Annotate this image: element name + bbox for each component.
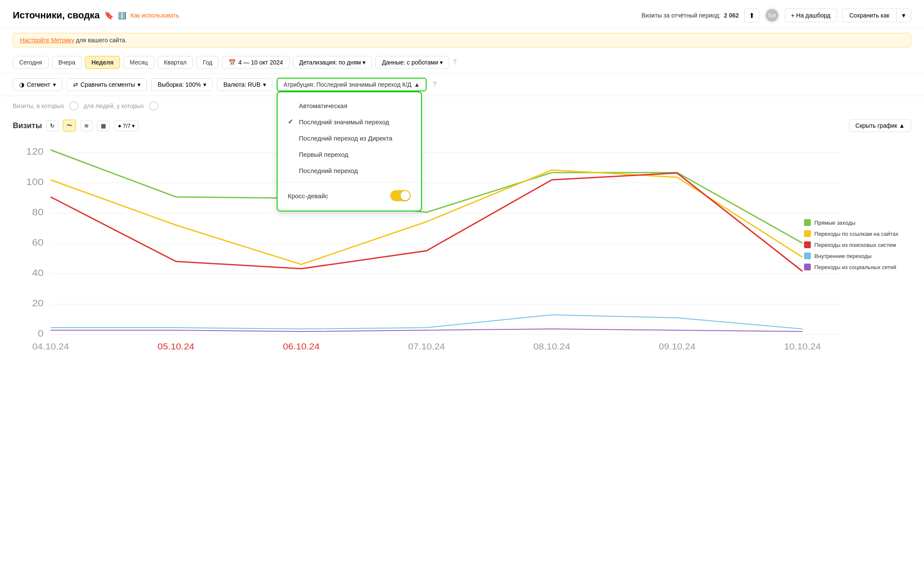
- chevron-down-icon-2: ▾: [440, 59, 443, 66]
- attribution-label: Атрибуция: Последний значимый переход К/…: [284, 81, 412, 88]
- legend-color-direct: [804, 219, 811, 226]
- date-range-button[interactable]: 📅 4 — 10 окт 2024: [222, 56, 289, 69]
- chevron-down-icon-5: ▾: [203, 81, 206, 88]
- attribution-option-last-significant[interactable]: ✓ Последний значимый переход: [278, 114, 421, 130]
- attribution-help-icon[interactable]: ?: [433, 81, 436, 88]
- help-icon[interactable]: ?: [453, 59, 456, 66]
- chevron-down-icon-4: ▾: [137, 81, 140, 88]
- dropdown-divider: [278, 182, 421, 182]
- legend-color-links: [804, 230, 811, 237]
- avatar-button[interactable]: ToA: [764, 8, 780, 23]
- svg-text:07.10.24: 07.10.24: [408, 342, 445, 351]
- attribution-option-auto-label: Автоматическая: [299, 102, 347, 109]
- circle-icon: ●: [118, 123, 121, 129]
- save-button[interactable]: Сохранить как: [842, 9, 896, 22]
- chart-header: Визиты ↻ 〜 ≋ ▦ ● 7/7 ▾ Скрыть график ▲: [0, 116, 924, 134]
- header-right: Визиты за отчётный период: 2 062 ⬆ ToA +…: [641, 8, 911, 23]
- filter-today[interactable]: Сегодня: [13, 56, 49, 69]
- segment-button[interactable]: ◑ Сегмент ▾: [13, 78, 62, 91]
- legend-color-search: [804, 241, 811, 248]
- svg-text:08.10.24: 08.10.24: [533, 342, 570, 351]
- chevron-down-icon: ▾: [363, 59, 366, 66]
- toggle-thumb: [401, 191, 410, 200]
- sample-button[interactable]: Выборка: 100% ▾: [151, 78, 213, 91]
- notification-link[interactable]: Настройте Метрику: [20, 37, 74, 44]
- calendar-icon: 📅: [228, 59, 236, 66]
- chevron-up-icon: ▲: [414, 81, 420, 88]
- chart-container: 0 20 40 60 80 100 120 140 04.10.24 05.10…: [13, 138, 911, 352]
- filter-week[interactable]: Неделя: [85, 56, 120, 69]
- cross-device-row[interactable]: Кросс-девайс: [278, 186, 421, 205]
- chevron-down-icon-7: ▾: [132, 123, 135, 129]
- check-mark-last-significant: ✓: [288, 118, 295, 126]
- attribution-option-first-label: Первый переход: [299, 151, 348, 158]
- chart-refresh-btn[interactable]: ↻: [46, 120, 58, 131]
- legend-color-internal: [804, 252, 811, 259]
- bookmark-icon[interactable]: 🔖: [104, 11, 114, 20]
- chart-line-btn[interactable]: 〜: [63, 120, 76, 132]
- compare-icon: ⇄: [73, 81, 78, 88]
- chart-title-area: Визиты ↻ 〜 ≋ ▦ ● 7/7 ▾: [13, 120, 139, 132]
- visits-toggle-circle-2[interactable]: [149, 101, 158, 111]
- cross-device-label: Кросс-девайс: [288, 192, 328, 199]
- legend-label-direct: Прямые заходы: [814, 220, 855, 226]
- visits-prefix: Визиты, в которых: [13, 103, 64, 109]
- data-button[interactable]: Данные: с роботами ▾: [375, 56, 449, 69]
- visits-toggle-circle-1[interactable]: [69, 101, 79, 111]
- notification-text: для вашего сайта.: [76, 37, 127, 44]
- pie-icon: ◑: [19, 81, 24, 88]
- filter-year[interactable]: Год: [196, 56, 219, 69]
- legend-color-social: [804, 264, 811, 270]
- filter-month[interactable]: Месяц: [123, 56, 154, 69]
- series-count: 7/7: [123, 123, 131, 129]
- avatar: ToA: [766, 9, 778, 22]
- page-header: Источники, сводка 🔖 ℹ️ Как использовать …: [0, 0, 924, 29]
- chart-legend: Прямые заходы Переходы по ссылкам на сай…: [804, 219, 898, 270]
- legend-item-links: Переходы по ссылкам на сайтах: [804, 230, 898, 237]
- legend-label-social: Переходы из социальных сетей: [814, 264, 896, 270]
- notification-bar: Настройте Метрику для вашего сайта.: [13, 33, 911, 47]
- attribution-option-first[interactable]: ✓ Первый переход: [278, 146, 421, 162]
- legend-item-social: Переходы из социальных сетей: [804, 264, 898, 270]
- detail-label: Детализация: по дням: [299, 59, 361, 66]
- chevron-down-icon-3: ▾: [53, 81, 56, 88]
- compare-segments-button[interactable]: ⇄ Сравнить сегменты ▾: [67, 78, 147, 91]
- attribution-option-auto[interactable]: ✓ Автоматическая: [278, 97, 421, 114]
- save-dropdown-arrow[interactable]: ▼: [896, 9, 911, 22]
- detail-button[interactable]: Детализация: по дням ▾: [293, 56, 372, 69]
- chevron-up-icon-2: ▲: [899, 122, 905, 129]
- attribution-option-direct[interactable]: ✓ Последний переход из Директа: [278, 130, 421, 146]
- line-chart-svg: 0 20 40 60 80 100 120 140 04.10.24 05.10…: [13, 138, 911, 352]
- currency-button[interactable]: Валюта: RUB ▾: [217, 78, 272, 91]
- svg-text:04.10.24: 04.10.24: [32, 342, 69, 351]
- add-to-dashboard-button[interactable]: + На дашборд: [785, 9, 837, 22]
- filter-quarter[interactable]: Квартал: [158, 56, 193, 69]
- chart-title: Визиты: [13, 121, 42, 130]
- export-button[interactable]: ⬆: [744, 9, 759, 23]
- chart-area-btn[interactable]: ≋: [80, 120, 93, 131]
- info-icon[interactable]: ℹ️: [118, 12, 126, 20]
- header-left: Источники, сводка 🔖 ℹ️ Как использовать: [13, 10, 179, 21]
- attribution-option-last-label: Последний переход: [299, 167, 358, 174]
- how-to-use-link[interactable]: Как использовать: [131, 12, 179, 19]
- cross-device-toggle[interactable]: [390, 190, 411, 201]
- filter-yesterday[interactable]: Вчера: [52, 56, 82, 69]
- chart-bar-btn[interactable]: ▦: [97, 120, 110, 131]
- legend-item-search: Переходы из поисковых систем: [804, 241, 898, 248]
- svg-text:60: 60: [32, 237, 44, 248]
- attribution-button[interactable]: Атрибуция: Последний значимый переход К/…: [277, 78, 427, 91]
- hide-chart-label: Скрыть график: [855, 122, 897, 129]
- svg-text:10.10.24: 10.10.24: [784, 342, 821, 351]
- attribution-wrapper: Атрибуция: Последний значимый переход К/…: [277, 78, 427, 91]
- legend-item-direct: Прямые заходы: [804, 219, 898, 226]
- svg-text:06.10.24: 06.10.24: [283, 342, 319, 351]
- legend-item-internal: Внутренние переходы: [804, 252, 898, 259]
- legend-label-internal: Внутренние переходы: [814, 253, 871, 259]
- svg-text:0: 0: [38, 328, 44, 339]
- attribution-option-last[interactable]: ✓ Последний переход: [278, 162, 421, 179]
- svg-text:40: 40: [32, 267, 44, 278]
- hide-chart-button[interactable]: Скрыть график ▲: [849, 119, 911, 132]
- chart-series-btn[interactable]: ● 7/7 ▾: [114, 120, 139, 131]
- segment-bar: ◑ Сегмент ▾ ⇄ Сравнить сегменты ▾ Выборк…: [0, 73, 924, 96]
- legend-label-links: Переходы по ссылкам на сайтах: [814, 231, 898, 237]
